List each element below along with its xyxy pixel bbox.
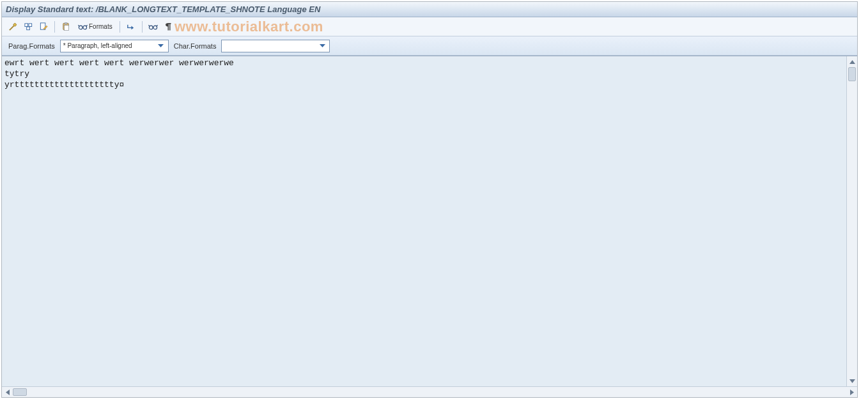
- editor-area: ewrt wert wert wert wert werwerwer werwe…: [2, 56, 857, 397]
- scroll-up-button[interactable]: [847, 56, 857, 67]
- format-bar: Parag.Formats * Paragraph, left-aligned …: [2, 36, 857, 56]
- toolbar-sep-1: [54, 21, 55, 33]
- svg-point-8: [79, 26, 82, 29]
- boxes-icon: [23, 22, 33, 32]
- svg-point-10: [150, 26, 153, 29]
- horizontal-scrollbar[interactable]: [2, 386, 857, 397]
- char-formats-combo[interactable]: [221, 40, 330, 52]
- hscroll-track[interactable]: [13, 387, 846, 397]
- toolbar-sep-3: [142, 21, 143, 33]
- parag-formats-combo[interactable]: * Paragraph, left-aligned: [60, 40, 169, 52]
- svg-rect-2: [28, 24, 31, 27]
- parag-formats-value: * Paragraph, left-aligned: [63, 42, 157, 49]
- formats-button[interactable]: Formats: [74, 20, 116, 34]
- window-title: Display Standard text: /BLANK_LONGTEXT_T…: [6, 4, 320, 14]
- edit-doc-icon: [38, 22, 49, 32]
- paste-button[interactable]: [59, 20, 73, 34]
- clipboard-icon: [61, 22, 71, 32]
- edit-doc-button[interactable]: [36, 20, 50, 34]
- scroll-down-button[interactable]: [847, 375, 857, 386]
- vertical-scrollbar[interactable]: [846, 56, 857, 386]
- svg-rect-7: [64, 26, 68, 31]
- wand-button[interactable]: [6, 20, 20, 34]
- watermark: www.tutorialkart.com: [174, 19, 323, 35]
- formats-label: Formats: [89, 23, 112, 30]
- paragraph-mark-button[interactable]: [162, 20, 176, 34]
- char-formats-label: Char.Formats: [174, 42, 217, 50]
- enter-arrow-button[interactable]: [124, 20, 138, 34]
- parag-formats-label: Parag.Formats: [8, 42, 55, 50]
- boxes-button[interactable]: [21, 20, 35, 34]
- glasses-icon: [77, 22, 88, 32]
- scroll-left-button[interactable]: [2, 387, 13, 397]
- svg-point-11: [153, 26, 157, 29]
- svg-rect-6: [65, 22, 67, 24]
- hscroll-thumb[interactable]: [13, 388, 27, 396]
- vscroll-thumb[interactable]: [848, 67, 856, 81]
- svg-point-9: [82, 26, 86, 29]
- scroll-right-button[interactable]: [846, 387, 857, 397]
- vscroll-track[interactable]: [847, 67, 857, 375]
- chevron-down-icon: [318, 44, 327, 48]
- svg-rect-3: [26, 27, 29, 30]
- glasses-icon-2: [148, 22, 159, 32]
- main-toolbar: Formats www.tutorialkart.com: [2, 17, 857, 36]
- app-window: Display Standard text: /BLANK_LONGTEXT_T…: [1, 1, 858, 398]
- glasses-button[interactable]: [146, 20, 160, 34]
- chevron-down-icon: [157, 44, 166, 48]
- editor-body: ewrt wert wert wert wert werwerwer werwe…: [2, 56, 857, 386]
- wand-icon: [8, 22, 18, 32]
- toolbar-sep-2: [120, 21, 120, 33]
- svg-rect-1: [24, 24, 27, 27]
- text-editor[interactable]: ewrt wert wert wert wert werwerwer werwe…: [2, 56, 846, 386]
- enter-arrow-icon: [126, 22, 136, 32]
- pilcrow-icon: [164, 22, 174, 32]
- title-bar: Display Standard text: /BLANK_LONGTEXT_T…: [2, 2, 857, 17]
